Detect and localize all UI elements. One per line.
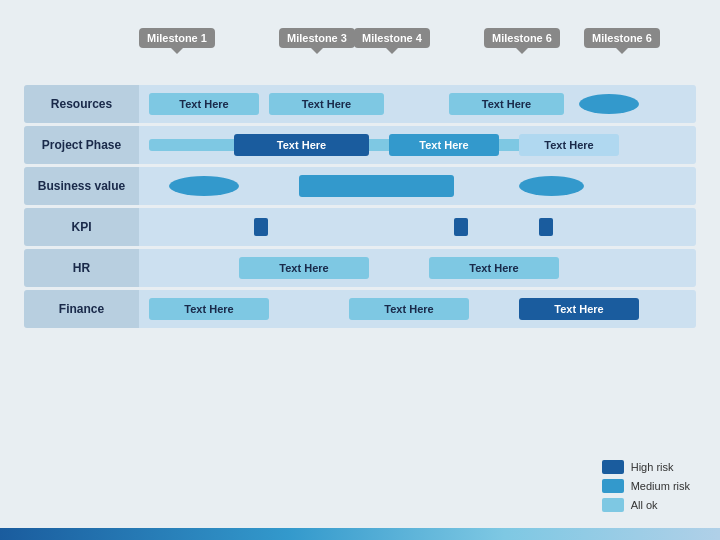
bar: Text Here [149, 93, 259, 115]
legend-item: Medium risk [602, 479, 690, 493]
row-content: Text HereText HereText Here [139, 85, 696, 123]
milestone-bubble: Milestone 1 [139, 28, 215, 48]
milestone-bubble: Milestone 6 [584, 28, 660, 48]
bar: Text Here [389, 134, 499, 156]
gantt-row: Project PhaseText HereText HereText Here [24, 126, 696, 164]
gantt-table: ResourcesText HereText HereText HereProj… [24, 82, 696, 331]
bar: Text Here [519, 298, 639, 320]
bar: Text Here [349, 298, 469, 320]
row-content [139, 167, 696, 205]
milestone-bubble: Milestone 4 [354, 28, 430, 48]
bar [169, 176, 239, 196]
bar [454, 218, 468, 236]
bar [254, 218, 268, 236]
gantt-row: KPI [24, 208, 696, 246]
bar [579, 94, 639, 114]
row-label: Resources [24, 85, 139, 123]
legend-label: All ok [631, 499, 658, 511]
legend-color-box [602, 460, 624, 474]
bar: Text Here [519, 134, 619, 156]
gantt-row: HRText HereText Here [24, 249, 696, 287]
row-content [139, 208, 696, 246]
legend-item: High risk [602, 460, 690, 474]
legend-label: High risk [631, 461, 674, 473]
row-label: Finance [24, 290, 139, 328]
legend-item: All ok [602, 498, 690, 512]
milestones-row: Milestone 1Milestone 3Milestone 4Milesto… [139, 28, 696, 80]
gantt-row: Business value [24, 167, 696, 205]
gantt-row: FinanceText HereText HereText Here [24, 290, 696, 328]
legend-color-box [602, 498, 624, 512]
bar [299, 175, 454, 197]
bottom-bar [0, 528, 720, 540]
milestone-bubble: Milestone 6 [484, 28, 560, 48]
milestone-bubble: Milestone 3 [279, 28, 355, 48]
legend-label: Medium risk [631, 480, 690, 492]
row-label: KPI [24, 208, 139, 246]
row-label: Project Phase [24, 126, 139, 164]
bar: Text Here [239, 257, 369, 279]
bar [519, 176, 584, 196]
bar: Text Here [269, 93, 384, 115]
row-label: HR [24, 249, 139, 287]
row-content: Text HereText HereText Here [139, 126, 696, 164]
bar: Text Here [149, 298, 269, 320]
bar: Text Here [449, 93, 564, 115]
legend-color-box [602, 479, 624, 493]
row-content: Text HereText HereText Here [139, 290, 696, 328]
row-label: Business value [24, 167, 139, 205]
bar: Text Here [234, 134, 369, 156]
bar [539, 218, 553, 236]
bar: Text Here [429, 257, 559, 279]
gantt-row: ResourcesText HereText HereText Here [24, 85, 696, 123]
slide: Milestone 1Milestone 3Milestone 4Milesto… [0, 0, 720, 540]
row-content: Text HereText Here [139, 249, 696, 287]
legend: High riskMedium riskAll ok [602, 460, 690, 512]
